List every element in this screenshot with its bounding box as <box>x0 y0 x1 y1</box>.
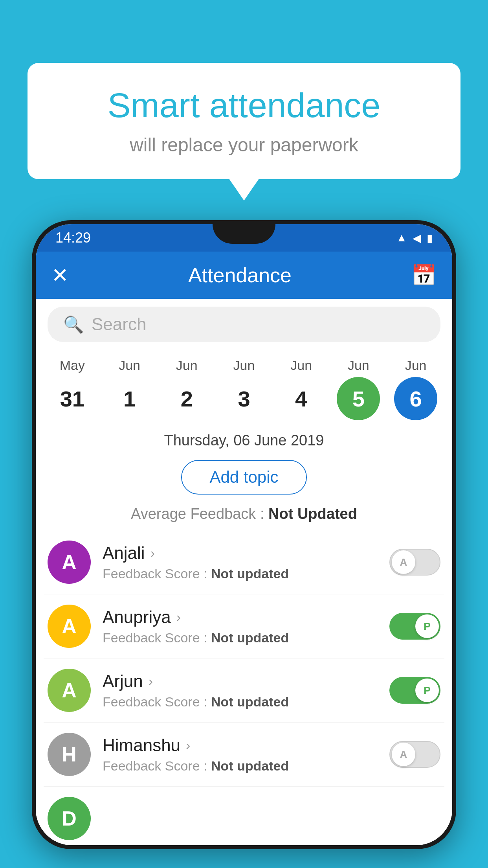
toggle-0[interactable]: A <box>389 549 440 576</box>
student-avatar-2: A <box>48 669 91 712</box>
toggle-2[interactable]: P <box>389 677 440 704</box>
feedback-label-2: Feedback Score : <box>103 694 207 709</box>
search-container: 🔍 Search <box>36 299 452 350</box>
app-bar: ✕ Attendance 📅 <box>36 252 452 299</box>
cal-day-3[interactable]: Jun3 <box>220 358 268 420</box>
battery-icon: ▮ <box>427 232 433 245</box>
bubble-title: Smart attendance <box>59 86 429 125</box>
student-avatar-0: A <box>48 541 91 584</box>
cal-month-6: Jun <box>405 358 427 373</box>
chevron-icon-2: › <box>149 673 153 689</box>
student-item-1[interactable]: AAnupriya›Feedback Score : Not updatedP <box>44 594 444 658</box>
search-bar[interactable]: 🔍 Search <box>48 307 440 342</box>
status-icons: ▲ ◀ ▮ <box>396 232 433 245</box>
add-topic-button[interactable]: Add topic <box>181 460 306 495</box>
student-name-3: Himanshu› <box>103 736 378 755</box>
student-name-text-0: Anjali <box>103 543 145 563</box>
student-name-2: Arjun› <box>103 671 378 691</box>
cal-date-1: 1 <box>108 377 151 420</box>
add-topic-container: Add topic <box>36 455 452 502</box>
phone-frame: 14:29 ▲ ◀ ▮ ✕ Attendance 📅 🔍 Search May3… <box>32 220 456 849</box>
calendar-icon[interactable]: 📅 <box>411 263 437 287</box>
cal-day-4[interactable]: Jun4 <box>278 358 325 420</box>
bubble-subtitle: will replace your paperwork <box>59 134 429 156</box>
toggle-3[interactable]: A <box>389 741 440 768</box>
feedback-value-3: Not updated <box>211 758 289 773</box>
feedback-value-2: Not updated <box>211 694 289 709</box>
toggle-knob-3: A <box>392 743 415 766</box>
student-name-0: Anjali› <box>103 543 378 563</box>
student-info-3: Himanshu›Feedback Score : Not updated <box>103 736 378 774</box>
student-info-0: Anjali›Feedback Score : Not updated <box>103 543 378 581</box>
cal-date-3: 3 <box>222 377 266 420</box>
avg-feedback-value: Not Updated <box>268 506 357 522</box>
signal-icon: ◀ <box>413 232 421 245</box>
partial-student-row: D <box>36 787 452 845</box>
student-avatar-1: A <box>48 605 91 648</box>
cal-month-3: Jun <box>233 358 255 373</box>
cal-date-0: 31 <box>51 377 94 420</box>
toggle-knob-0: A <box>392 550 415 574</box>
student-feedback-0: Feedback Score : Not updated <box>103 566 378 581</box>
student-feedback-2: Feedback Score : Not updated <box>103 694 378 710</box>
cal-day-2[interactable]: Jun2 <box>163 358 210 420</box>
toggle-wrap-3[interactable]: A <box>389 741 440 768</box>
student-name-1: Anupriya› <box>103 607 378 627</box>
toggle-knob-1: P <box>415 614 439 638</box>
average-feedback: Average Feedback : Not Updated <box>36 502 452 530</box>
cal-date-4: 4 <box>280 377 323 420</box>
feedback-label-0: Feedback Score : <box>103 566 207 581</box>
avg-feedback-label: Average Feedback : <box>131 506 264 522</box>
app-bar-title: Attendance <box>69 263 411 287</box>
student-name-text-2: Arjun <box>103 671 143 691</box>
cal-date-5: 5 <box>337 377 380 420</box>
student-avatar-3: H <box>48 733 91 776</box>
chevron-icon-1: › <box>176 609 181 625</box>
toggle-wrap-1[interactable]: P <box>389 613 440 640</box>
cal-month-1: Jun <box>119 358 140 373</box>
feedback-label-3: Feedback Score : <box>103 758 207 773</box>
feedback-label-1: Feedback Score : <box>103 630 207 645</box>
toggle-wrap-2[interactable]: P <box>389 677 440 704</box>
feedback-value-1: Not updated <box>211 630 289 645</box>
cal-day-6[interactable]: Jun6 <box>392 358 439 420</box>
student-info-1: Anupriya›Feedback Score : Not updated <box>103 607 378 645</box>
student-name-text-1: Anupriya <box>103 607 171 627</box>
student-item-3[interactable]: HHimanshu›Feedback Score : Not updatedA <box>44 723 444 787</box>
phone-inner: 14:29 ▲ ◀ ▮ ✕ Attendance 📅 🔍 Search May3… <box>36 224 452 845</box>
selected-date-label: Thursday, 06 June 2019 <box>36 424 452 455</box>
student-name-text-3: Himanshu <box>103 736 180 755</box>
status-time: 14:29 <box>55 230 91 246</box>
cal-month-2: Jun <box>176 358 198 373</box>
cal-date-2: 2 <box>165 377 208 420</box>
student-info-2: Arjun›Feedback Score : Not updated <box>103 671 378 710</box>
search-icon: 🔍 <box>63 315 84 334</box>
student-feedback-3: Feedback Score : Not updated <box>103 758 378 774</box>
toggle-wrap-0[interactable]: A <box>389 549 440 576</box>
wifi-icon: ▲ <box>396 232 407 244</box>
close-icon[interactable]: ✕ <box>51 263 69 287</box>
speech-bubble: Smart attendance will replace your paper… <box>28 63 460 179</box>
cal-month-5: Jun <box>348 358 369 373</box>
student-item-0[interactable]: AAnjali›Feedback Score : Not updatedA <box>44 530 444 594</box>
student-list: AAnjali›Feedback Score : Not updatedAAAn… <box>36 530 452 787</box>
cal-month-0: May <box>60 358 85 373</box>
speech-bubble-container: Smart attendance will replace your paper… <box>28 63 460 179</box>
cal-day-0[interactable]: May31 <box>49 358 96 420</box>
cal-month-4: Jun <box>290 358 312 373</box>
cal-date-6: 6 <box>394 377 437 420</box>
feedback-value-0: Not updated <box>211 566 289 581</box>
student-feedback-1: Feedback Score : Not updated <box>103 630 378 645</box>
toggle-1[interactable]: P <box>389 613 440 640</box>
cal-day-1[interactable]: Jun1 <box>106 358 153 420</box>
search-input-placeholder[interactable]: Search <box>92 314 146 334</box>
chevron-icon-3: › <box>186 737 190 753</box>
chevron-icon-0: › <box>150 545 155 561</box>
status-bar: 14:29 ▲ ◀ ▮ <box>36 224 452 252</box>
cal-day-5[interactable]: Jun5 <box>335 358 382 420</box>
partial-student-avatar: D <box>48 797 91 840</box>
student-item-2[interactable]: AArjun›Feedback Score : Not updatedP <box>44 658 444 723</box>
calendar-strip: May31Jun1Jun2Jun3Jun4Jun5Jun6 <box>36 350 452 424</box>
notch <box>213 224 275 244</box>
toggle-knob-2: P <box>415 679 439 702</box>
